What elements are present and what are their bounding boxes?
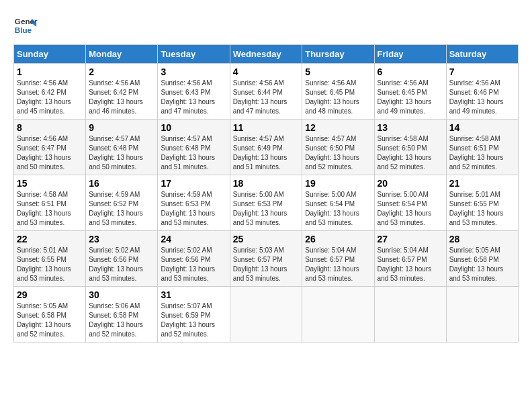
header-row: SundayMondayTuesdayWednesdayThursdayFrid… bbox=[14, 45, 519, 64]
day-number: 27 bbox=[378, 234, 443, 244]
calendar-day-cell: 19 Sunrise: 5:00 AMSunset: 6:54 PMDaylig… bbox=[302, 175, 374, 231]
day-info: Sunrise: 4:56 AMSunset: 6:42 PMDaylight:… bbox=[89, 79, 143, 115]
weekday-header: Monday bbox=[86, 45, 158, 64]
calendar-day-cell: 15 Sunrise: 4:58 AMSunset: 6:51 PMDaylig… bbox=[14, 175, 86, 231]
weekday-header: Thursday bbox=[302, 45, 374, 64]
day-info: Sunrise: 4:56 AMSunset: 6:46 PMDaylight:… bbox=[449, 79, 504, 115]
day-info: Sunrise: 5:06 AMSunset: 6:58 PMDaylight:… bbox=[89, 302, 143, 338]
day-number: 8 bbox=[17, 122, 83, 133]
calendar-day-cell: 26 Sunrise: 5:04 AMSunset: 6:57 PMDaylig… bbox=[302, 231, 374, 287]
day-number: 22 bbox=[17, 234, 83, 244]
calendar-day-cell: 1 Sunrise: 4:56 AMSunset: 6:42 PMDayligh… bbox=[14, 64, 86, 120]
day-number: 3 bbox=[161, 66, 226, 77]
day-info: Sunrise: 4:56 AMSunset: 6:45 PMDaylight:… bbox=[378, 79, 432, 115]
calendar-day-cell: 14 Sunrise: 4:58 AMSunset: 6:51 PMDaylig… bbox=[446, 120, 518, 175]
day-number: 24 bbox=[161, 234, 226, 244]
day-info: Sunrise: 4:57 AMSunset: 6:50 PMDaylight:… bbox=[305, 135, 359, 171]
day-number: 23 bbox=[89, 234, 154, 244]
day-info: Sunrise: 5:05 AMSunset: 6:58 PMDaylight:… bbox=[449, 246, 504, 282]
calendar-day-cell: 16 Sunrise: 4:59 AMSunset: 6:52 PMDaylig… bbox=[86, 175, 158, 231]
logo: General Blue bbox=[13, 13, 38, 38]
day-info: Sunrise: 5:03 AMSunset: 6:57 PMDaylight:… bbox=[233, 246, 287, 282]
day-number: 12 bbox=[305, 122, 371, 133]
day-number: 2 bbox=[89, 66, 154, 77]
page-header: General Blue bbox=[13, 13, 519, 38]
day-info: Sunrise: 4:59 AMSunset: 6:53 PMDaylight:… bbox=[161, 191, 215, 226]
day-info: Sunrise: 5:00 AMSunset: 6:54 PMDaylight:… bbox=[305, 191, 359, 226]
calendar-week-row: 1 Sunrise: 4:56 AMSunset: 6:42 PMDayligh… bbox=[14, 64, 519, 120]
calendar-day-cell: 25 Sunrise: 5:03 AMSunset: 6:57 PMDaylig… bbox=[230, 231, 302, 287]
day-info: Sunrise: 4:57 AMSunset: 6:48 PMDaylight:… bbox=[89, 135, 143, 171]
weekday-header: Sunday bbox=[14, 45, 86, 64]
day-number: 5 bbox=[305, 66, 371, 77]
calendar-day-cell: 2 Sunrise: 4:56 AMSunset: 6:42 PMDayligh… bbox=[86, 64, 158, 120]
calendar-day-cell: 22 Sunrise: 5:01 AMSunset: 6:55 PMDaylig… bbox=[14, 231, 86, 287]
calendar-day-cell: 18 Sunrise: 5:00 AMSunset: 6:53 PMDaylig… bbox=[230, 175, 302, 231]
day-info: Sunrise: 4:56 AMSunset: 6:45 PMDaylight:… bbox=[305, 79, 359, 115]
day-info: Sunrise: 4:59 AMSunset: 6:52 PMDaylight:… bbox=[89, 191, 143, 226]
calendar-day-cell bbox=[230, 287, 302, 342]
calendar-week-row: 8 Sunrise: 4:56 AMSunset: 6:47 PMDayligh… bbox=[14, 120, 519, 175]
calendar-day-cell: 29 Sunrise: 5:05 AMSunset: 6:58 PMDaylig… bbox=[14, 287, 86, 342]
day-info: Sunrise: 4:56 AMSunset: 6:42 PMDaylight:… bbox=[17, 79, 71, 115]
calendar-day-cell: 31 Sunrise: 5:07 AMSunset: 6:59 PMDaylig… bbox=[158, 287, 230, 342]
day-number: 26 bbox=[305, 234, 371, 244]
calendar-day-cell: 11 Sunrise: 4:57 AMSunset: 6:49 PMDaylig… bbox=[230, 120, 302, 175]
day-info: Sunrise: 4:58 AMSunset: 6:51 PMDaylight:… bbox=[17, 191, 71, 226]
day-number: 10 bbox=[161, 122, 226, 133]
calendar-day-cell: 20 Sunrise: 5:00 AMSunset: 6:54 PMDaylig… bbox=[374, 175, 446, 231]
day-info: Sunrise: 5:01 AMSunset: 6:55 PMDaylight:… bbox=[449, 191, 504, 226]
day-info: Sunrise: 5:02 AMSunset: 6:56 PMDaylight:… bbox=[89, 246, 143, 282]
calendar-day-cell: 27 Sunrise: 5:04 AMSunset: 6:57 PMDaylig… bbox=[374, 231, 446, 287]
calendar-day-cell: 7 Sunrise: 4:56 AMSunset: 6:46 PMDayligh… bbox=[446, 64, 518, 120]
calendar-week-row: 22 Sunrise: 5:01 AMSunset: 6:55 PMDaylig… bbox=[14, 231, 519, 287]
weekday-header: Wednesday bbox=[230, 45, 302, 64]
day-number: 18 bbox=[233, 178, 300, 189]
day-number: 11 bbox=[233, 122, 300, 133]
day-number: 14 bbox=[449, 122, 515, 133]
calendar-day-cell bbox=[374, 287, 446, 342]
calendar-day-cell bbox=[302, 287, 374, 342]
day-number: 13 bbox=[378, 122, 443, 133]
calendar-day-cell bbox=[446, 287, 518, 342]
day-number: 31 bbox=[161, 289, 226, 300]
calendar-week-row: 29 Sunrise: 5:05 AMSunset: 6:58 PMDaylig… bbox=[14, 287, 519, 342]
day-info: Sunrise: 4:58 AMSunset: 6:50 PMDaylight:… bbox=[378, 135, 432, 171]
day-number: 9 bbox=[89, 122, 154, 133]
day-info: Sunrise: 5:01 AMSunset: 6:55 PMDaylight:… bbox=[17, 246, 71, 282]
calendar-day-cell: 4 Sunrise: 4:56 AMSunset: 6:44 PMDayligh… bbox=[230, 64, 302, 120]
calendar-day-cell: 10 Sunrise: 4:57 AMSunset: 6:48 PMDaylig… bbox=[158, 120, 230, 175]
calendar-day-cell: 28 Sunrise: 5:05 AMSunset: 6:58 PMDaylig… bbox=[446, 231, 518, 287]
day-info: Sunrise: 5:04 AMSunset: 6:57 PMDaylight:… bbox=[378, 246, 432, 282]
day-info: Sunrise: 4:57 AMSunset: 6:49 PMDaylight:… bbox=[233, 135, 287, 171]
day-info: Sunrise: 5:00 AMSunset: 6:53 PMDaylight:… bbox=[233, 191, 287, 226]
calendar-day-cell: 24 Sunrise: 5:02 AMSunset: 6:56 PMDaylig… bbox=[158, 231, 230, 287]
weekday-header: Saturday bbox=[446, 45, 518, 64]
day-number: 15 bbox=[17, 178, 83, 189]
day-info: Sunrise: 5:05 AMSunset: 6:58 PMDaylight:… bbox=[17, 302, 71, 338]
svg-text:Blue: Blue bbox=[15, 26, 32, 34]
day-number: 17 bbox=[161, 178, 226, 189]
calendar-day-cell: 8 Sunrise: 4:56 AMSunset: 6:47 PMDayligh… bbox=[14, 120, 86, 175]
day-info: Sunrise: 4:56 AMSunset: 6:47 PMDaylight:… bbox=[17, 135, 71, 171]
day-number: 7 bbox=[449, 66, 515, 77]
day-number: 16 bbox=[89, 178, 154, 189]
day-number: 28 bbox=[449, 234, 515, 244]
calendar-day-cell: 9 Sunrise: 4:57 AMSunset: 6:48 PMDayligh… bbox=[86, 120, 158, 175]
day-number: 30 bbox=[89, 289, 154, 300]
day-info: Sunrise: 5:00 AMSunset: 6:54 PMDaylight:… bbox=[378, 191, 432, 226]
day-info: Sunrise: 4:56 AMSunset: 6:44 PMDaylight:… bbox=[233, 79, 287, 115]
calendar-day-cell: 23 Sunrise: 5:02 AMSunset: 6:56 PMDaylig… bbox=[86, 231, 158, 287]
day-number: 1 bbox=[17, 66, 83, 77]
day-number: 6 bbox=[378, 66, 443, 77]
day-number: 29 bbox=[17, 289, 83, 300]
calendar-table: SundayMondayTuesdayWednesdayThursdayFrid… bbox=[13, 44, 519, 342]
calendar-day-cell: 6 Sunrise: 4:56 AMSunset: 6:45 PMDayligh… bbox=[374, 64, 446, 120]
day-info: Sunrise: 5:04 AMSunset: 6:57 PMDaylight:… bbox=[305, 246, 359, 282]
weekday-header: Tuesday bbox=[158, 45, 230, 64]
day-number: 4 bbox=[233, 66, 300, 77]
day-number: 21 bbox=[449, 178, 515, 189]
day-info: Sunrise: 5:07 AMSunset: 6:59 PMDaylight:… bbox=[161, 302, 215, 338]
calendar-week-row: 15 Sunrise: 4:58 AMSunset: 6:51 PMDaylig… bbox=[14, 175, 519, 231]
day-info: Sunrise: 4:56 AMSunset: 6:43 PMDaylight:… bbox=[161, 79, 215, 115]
